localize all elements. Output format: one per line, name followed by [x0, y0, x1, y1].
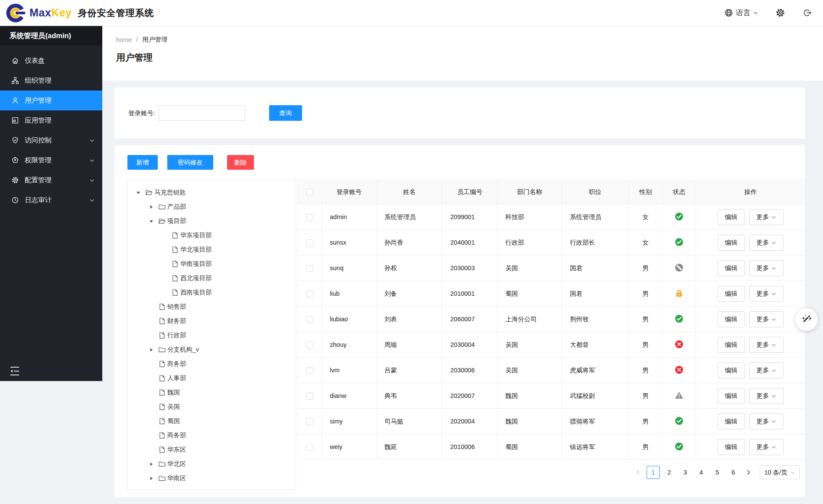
tree-item[interactable]: 华东区 [130, 443, 293, 457]
change-password-button[interactable]: 密码修改 [167, 155, 213, 170]
magic-wand-button[interactable] [795, 308, 818, 331]
row-checkbox[interactable] [306, 214, 313, 221]
more-button[interactable]: 更多 [749, 235, 784, 251]
pentagon-icon [11, 156, 19, 164]
tree-item[interactable]: 吴国 [130, 400, 293, 414]
sidebar-item-dashboard[interactable]: 仪表盘 [0, 51, 102, 71]
edit-button[interactable]: 编辑 [718, 362, 745, 378]
row-checkbox[interactable] [306, 342, 313, 349]
row-checkbox[interactable] [306, 444, 313, 451]
more-button[interactable]: 更多 [749, 362, 784, 378]
caret-right-icon[interactable] [149, 475, 153, 482]
menu-fold-icon[interactable] [10, 366, 20, 376]
row-checkbox[interactable] [306, 418, 313, 425]
login-account-input[interactable] [159, 105, 245, 121]
tree-item[interactable]: 商务部 [130, 357, 293, 371]
page-button-1[interactable]: 1 [647, 466, 660, 479]
language-selector[interactable]: 语言 [724, 8, 758, 18]
caret-right-icon[interactable] [149, 461, 153, 468]
caret-down-icon[interactable] [136, 189, 140, 196]
caret-right-icon[interactable] [149, 346, 153, 353]
status-disabled-icon [675, 263, 683, 272]
row-checkbox[interactable] [306, 316, 313, 323]
edit-button[interactable]: 编辑 [718, 286, 745, 302]
prev-page-button[interactable] [632, 466, 644, 479]
page-button-3[interactable]: 3 [679, 466, 692, 479]
edit-button[interactable]: 编辑 [718, 337, 745, 353]
tree-item[interactable]: 马克思钥匙 [130, 185, 293, 200]
sidebar-item-label: 权限管理 [25, 156, 84, 165]
delete-button[interactable]: 删除 [227, 155, 254, 170]
sidebar-item-label: 日志审计 [25, 196, 84, 205]
tree-item[interactable]: 行政部 [130, 328, 293, 342]
more-button[interactable]: 更多 [749, 311, 784, 327]
edit-button[interactable]: 编辑 [718, 235, 745, 251]
more-button[interactable]: 更多 [749, 260, 784, 276]
edit-button[interactable]: 编辑 [718, 260, 745, 276]
tree-item[interactable]: 西南项目部 [130, 285, 293, 300]
sidebar-item-access[interactable]: 访问控制 [0, 130, 102, 150]
edit-button[interactable]: 编辑 [718, 414, 745, 430]
tree-item[interactable]: 西北项目部 [130, 271, 293, 285]
tree-item[interactable]: 分支机构_v [130, 342, 293, 357]
row-checkbox[interactable] [306, 239, 313, 246]
tree-item[interactable]: 华南项目部 [130, 257, 293, 271]
breadcrumb-home[interactable]: home [116, 36, 132, 43]
page-button-2[interactable]: 2 [663, 466, 676, 479]
more-button[interactable]: 更多 [749, 337, 784, 353]
cell-employee-number: 2060007 [442, 307, 498, 332]
tree-item[interactable]: 项目部 [130, 214, 293, 228]
row-checkbox[interactable] [306, 367, 313, 374]
select-all-checkbox[interactable] [306, 189, 313, 196]
more-button[interactable]: 更多 [749, 209, 784, 225]
row-checkbox[interactable] [306, 265, 313, 272]
sidebar-item-config[interactable]: 配置管理 [0, 170, 102, 190]
next-page-button[interactable] [743, 466, 754, 479]
query-button[interactable]: 查询 [269, 105, 302, 121]
sidebar-item-org[interactable]: 组织管理 [0, 71, 102, 90]
page-button-4[interactable]: 4 [695, 466, 708, 479]
row-checkbox[interactable] [306, 393, 313, 400]
tree-item[interactable]: 产品部 [130, 200, 293, 214]
sidebar-item-label: 用户管理 [25, 96, 94, 105]
tree-item[interactable]: 人事部 [130, 371, 293, 385]
page-size-select[interactable]: 10 条/页 [760, 465, 800, 479]
column-header: 操作 [696, 180, 805, 204]
more-button[interactable]: 更多 [749, 388, 784, 404]
tree-item[interactable]: 销售部 [130, 300, 293, 314]
tree-item[interactable]: 华东项目部 [130, 228, 293, 242]
status-warning-icon [675, 391, 683, 400]
magic-wand-icon [801, 313, 812, 326]
cell-gender: 男 [629, 383, 663, 409]
sidebar-item-permission[interactable]: 权限管理 [0, 150, 102, 170]
tree-item[interactable]: 华南区 [130, 471, 293, 485]
sidebar-item-label: 仪表盘 [25, 56, 94, 65]
tree-item[interactable]: 华北项目部 [130, 242, 293, 257]
row-checkbox[interactable] [306, 291, 313, 297]
add-button[interactable]: 新增 [127, 155, 158, 170]
tree-item[interactable]: 魏国 [130, 385, 293, 400]
sidebar-item-audit[interactable]: 日志审计 [0, 190, 102, 210]
page-button-6[interactable]: 6 [727, 466, 740, 479]
sidebar-item-app[interactable]: 应用管理 [0, 110, 102, 130]
tree-item[interactable]: 蜀国 [130, 414, 293, 428]
tree-item[interactable]: 商务部 [130, 428, 293, 443]
page-button-5[interactable]: 5 [711, 466, 724, 479]
sidebar-item-user[interactable]: 用户管理 [0, 90, 102, 110]
tree-item-label: 蜀国 [167, 417, 180, 425]
more-button[interactable]: 更多 [749, 439, 784, 455]
edit-button[interactable]: 编辑 [718, 439, 745, 455]
more-button[interactable]: 更多 [749, 286, 784, 302]
edit-button[interactable]: 编辑 [718, 311, 745, 327]
tree-item[interactable]: 华北区 [130, 457, 293, 471]
logout-icon[interactable] [803, 8, 812, 17]
edit-button[interactable]: 编辑 [718, 388, 745, 404]
edit-button[interactable]: 编辑 [718, 209, 745, 225]
tree-item[interactable]: 财务部 [130, 314, 293, 328]
table-row: sunsx孙尚香2040001行政部行政部长女编辑更多 [298, 230, 805, 255]
caret-down-icon[interactable] [149, 218, 153, 225]
caret-right-icon[interactable] [149, 204, 153, 210]
maxkey-logo-icon [5, 3, 26, 23]
settings-gear-icon[interactable] [775, 8, 785, 18]
more-button[interactable]: 更多 [749, 414, 784, 430]
